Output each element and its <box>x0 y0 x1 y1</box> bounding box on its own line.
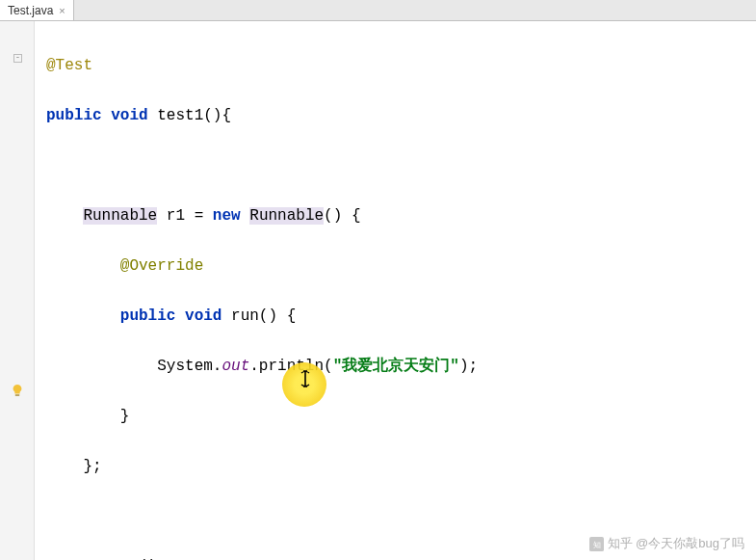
svg-rect-0 <box>15 394 19 395</box>
tab-bar: Test.java × <box>0 0 756 21</box>
code-editor[interactable]: - @Test public void test1(){ Runnable r1… <box>0 21 756 560</box>
fold-icon[interactable]: - <box>13 54 22 63</box>
watermark-text: 知乎 @今天你敲bug了吗 <box>608 535 745 552</box>
code-content: @Test public void test1(){ Runnable r1 =… <box>35 21 756 560</box>
gutter: - <box>0 21 35 560</box>
watermark: 知 知乎 @今天你敲bug了吗 <box>589 535 745 552</box>
tab-label: Test.java <box>8 4 53 17</box>
svg-text:知: 知 <box>592 540 600 548</box>
lightbulb-icon[interactable] <box>11 384 23 396</box>
text-cursor-icon <box>300 370 313 387</box>
file-tab[interactable]: Test.java × <box>0 0 74 20</box>
zhihu-icon: 知 <box>589 537 604 551</box>
close-icon[interactable]: × <box>59 5 65 16</box>
